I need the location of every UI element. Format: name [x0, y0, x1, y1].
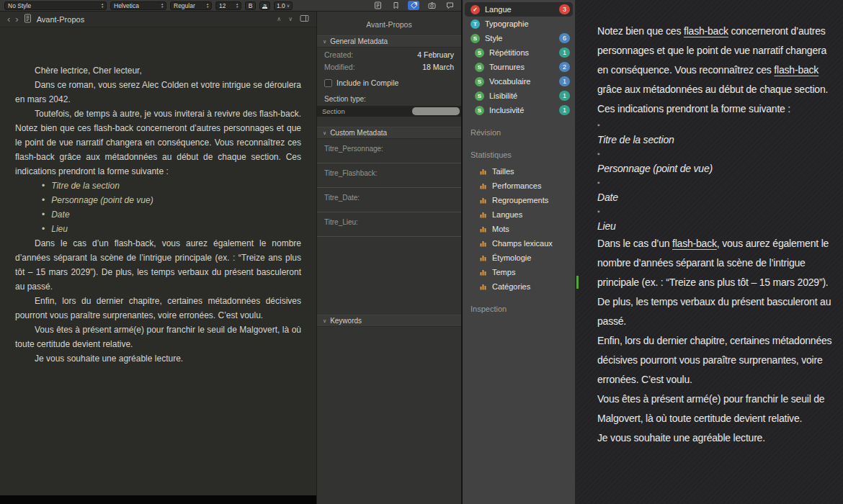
editor-paragraph: Je vous souhaite une agréable lecture.	[15, 351, 301, 366]
bar-chart-icon	[480, 225, 487, 233]
text-line: Lieu	[597, 218, 843, 234]
tournures-category-icon: S	[475, 63, 484, 72]
text-line: passé.	[597, 312, 843, 331]
nav-item-label: Typographie	[485, 19, 529, 28]
document-icon	[24, 13, 32, 26]
nav-item-label: Répétitions	[489, 48, 529, 57]
bar-chart-icon	[480, 240, 487, 247]
stat-item-champs-lexicaux[interactable]: Champs lexicaux	[463, 236, 575, 251]
bullet-icon: •	[42, 207, 45, 222]
count-badge: 6	[559, 33, 570, 43]
paragraph-style-select[interactable]: No Style ▴ ▾	[4, 1, 107, 10]
antidote-text[interactable]: Notez bien que ces flash-back concernero…	[576, 0, 843, 504]
custom-metadata-field-input[interactable]	[317, 154, 461, 163]
stat-item-label: Étymologie	[492, 253, 531, 262]
stat-item-etymologie[interactable]: Étymologie	[463, 251, 575, 265]
scrollbar-thumb[interactable]	[412, 107, 460, 115]
nav-item-label: Vocabulaire	[489, 77, 531, 86]
antidote-window: ✓Langue3TTypographieSStyle6SRépétitions1…	[461, 0, 843, 504]
nav-item-vocabulaire[interactable]: SVocabulaire1	[463, 74, 575, 89]
nav-item-style[interactable]: SStyle6	[463, 31, 575, 45]
stat-item-temps[interactable]: Temps	[463, 265, 575, 279]
include-in-compile-label: Include in Compile	[336, 78, 398, 87]
stat-item-langues[interactable]: Langues	[463, 207, 575, 222]
nav-item-langue[interactable]: ✓Langue3	[465, 2, 573, 17]
text-line: Vous êtes à présent armé(e) pour franchi…	[597, 390, 843, 409]
camera-icon[interactable]	[426, 1, 437, 10]
disclosure-icon: ∨	[323, 39, 326, 45]
stepper-down-icon: ▾	[161, 6, 163, 9]
forward-icon[interactable]: ›	[15, 16, 18, 23]
text-line: erronées. C’est voulu.	[597, 370, 843, 390]
stat-item-performances[interactable]: Performances	[463, 179, 575, 193]
custom-metadata-header[interactable]: ∨ Custom Metadata	[317, 127, 461, 139]
font-variant-select[interactable]: Regular ▴ ▾	[170, 1, 212, 10]
text-line: De plus, les temps verbaux du présent ba…	[597, 292, 843, 312]
custom-metadata-field-input[interactable]	[317, 203, 461, 212]
next-document-icon[interactable]: ∨	[288, 16, 293, 22]
stat-item-tailles[interactable]: Tailles	[463, 164, 575, 179]
nav-item-inclusivite[interactable]: SInclusivité1	[463, 103, 575, 117]
general-metadata-header[interactable]: ∨ General Metadata	[317, 35, 461, 48]
previous-document-icon[interactable]: ∧	[277, 16, 281, 22]
flagged-term[interactable]: flash-back	[684, 25, 728, 37]
text-color-button[interactable]: a	[259, 1, 270, 10]
disclosure-icon: ∨	[323, 130, 326, 136]
editor-bullet-text: Date	[51, 207, 69, 222]
editor-bullet-item: •Date	[15, 207, 301, 222]
scrivener-body: ‹ › Avant-Propos ∧ ∨ Chère lectrice, Che…	[0, 12, 461, 504]
modified-row: Modified: 18 March	[317, 60, 461, 72]
split-view-icon[interactable]	[300, 14, 309, 24]
nav-item-lisibilite[interactable]: SLisibilité1	[463, 89, 575, 103]
font-family-select[interactable]: Helvetica ▴ ▾	[110, 1, 166, 10]
stat-item-mots[interactable]: Mots	[463, 222, 575, 236]
count-badge: 3	[559, 4, 570, 14]
chevron-down-icon: ∨	[287, 3, 290, 8]
flagged-term[interactable]: flash-back	[672, 238, 717, 249]
editor-bullet-item: •Personnage (point de vue)	[15, 193, 301, 207]
nav-item-repetitions[interactable]: SRépétitions1	[463, 45, 575, 60]
editor-text[interactable]: Chère lectrice, Cher lecteur,Dans ce rom…	[0, 27, 316, 495]
include-in-compile-checkbox[interactable]	[324, 79, 332, 87]
nav-item-label: Lisibilité	[489, 91, 517, 100]
editor-paragraph: Enfin, lors du dernier chapitre, certain…	[15, 294, 301, 323]
stat-item-label: Catégories	[492, 282, 530, 291]
bookmark-icon[interactable]	[390, 1, 401, 10]
bold-button[interactable]: B	[245, 1, 256, 10]
flagged-term[interactable]: flash-back	[774, 64, 819, 76]
bar-chart-icon	[480, 197, 487, 204]
section-type-select[interactable]: Section	[317, 106, 461, 117]
nav-section-statistiques: Statistiques	[463, 148, 575, 162]
back-icon[interactable]: ‹	[7, 16, 10, 23]
section-type-label: Section type:	[317, 91, 461, 106]
nav-item-label: Style	[485, 34, 502, 42]
stat-item-label: Performances	[492, 181, 541, 190]
custom-metadata-field-input[interactable]	[317, 228, 461, 237]
line-spacing-select[interactable]: 1.0 ∨	[274, 1, 293, 10]
line-spacing-value: 1.0	[277, 2, 285, 9]
custom-metadata-fields: Titre_Personnage:Titre_Flashback:Titre_D…	[317, 139, 461, 237]
count-badge: 1	[559, 76, 570, 86]
modified-value: 18 March	[422, 63, 454, 71]
stepper-icon: ▴ ▾	[102, 3, 103, 9]
stat-item-regroupements[interactable]: Regroupements	[463, 193, 575, 207]
lisibilite-category-icon: S	[475, 91, 484, 101]
editor-paragraph: Dans ce roman, vous serez Alec Colden et…	[15, 78, 301, 107]
bar-chart-icon	[480, 254, 487, 261]
comment-icon[interactable]	[444, 1, 455, 10]
font-size-select[interactable]: 12 ▴ ▾	[215, 1, 241, 10]
langue-category-icon: ✓	[470, 5, 480, 14]
tag-icon[interactable]	[408, 1, 419, 10]
nav-item-typographie[interactable]: TTypographie	[463, 17, 575, 31]
include-in-compile-row: Include in Compile	[317, 72, 461, 91]
bar-chart-icon	[480, 269, 487, 276]
text-line: Malgovert, là où toute certitude devient…	[597, 409, 843, 428]
stats-list: TaillesPerformancesRegroupementsLanguesM…	[463, 164, 575, 294]
text-line: grâce aux métadonnées au début de chaque…	[597, 80, 843, 99]
notes-icon[interactable]	[372, 1, 383, 10]
stat-item-categories[interactable]: Catégories	[463, 279, 575, 294]
font-family-value: Helvetica	[114, 2, 139, 9]
custom-metadata-field-input[interactable]	[317, 179, 461, 188]
nav-item-tournures[interactable]: STournures2	[463, 60, 575, 74]
keywords-header[interactable]: ∨ Keywords	[317, 315, 461, 327]
